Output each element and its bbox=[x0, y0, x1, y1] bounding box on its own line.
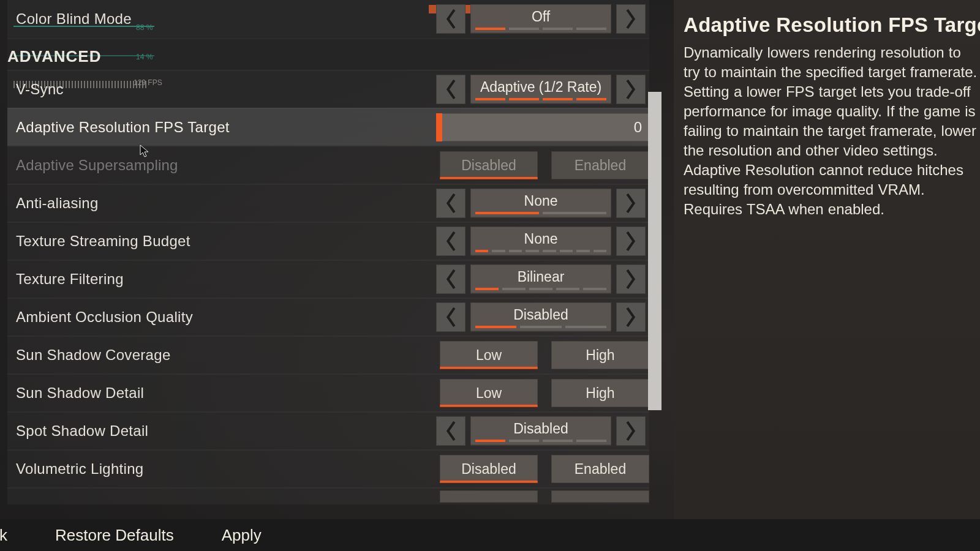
toggle-option: Enabled bbox=[551, 151, 649, 179]
value-color-blind-mode[interactable]: Off bbox=[470, 4, 612, 34]
section-advanced: ADVANCED bbox=[7, 38, 649, 70]
row-adaptive-supersampling: Adaptive Supersampling DisabledEnabled bbox=[7, 146, 649, 184]
info-title: Adaptive Resolution FPS Target bbox=[684, 13, 978, 37]
toggle-option[interactable]: Low bbox=[440, 379, 538, 407]
footer: ck Restore Defaults Apply bbox=[0, 519, 980, 551]
next-arrow-icon[interactable] bbox=[616, 4, 646, 34]
prev-arrow-icon[interactable] bbox=[436, 302, 466, 332]
next-arrow-icon[interactable] bbox=[616, 227, 646, 256]
next-arrow-icon[interactable] bbox=[616, 264, 646, 294]
label-color-blind-mode: Color Blind Mode bbox=[16, 10, 436, 28]
toggle-option[interactable]: High bbox=[551, 341, 649, 369]
label-texture-budget: Texture Streaming Budget bbox=[16, 233, 436, 250]
prev-arrow-icon[interactable] bbox=[436, 4, 466, 34]
next-arrow-icon[interactable] bbox=[616, 75, 646, 104]
value-anti-aliasing[interactable]: None bbox=[470, 189, 612, 218]
prev-arrow-icon[interactable] bbox=[436, 416, 466, 446]
slider-handle[interactable] bbox=[436, 113, 442, 141]
value-vsync[interactable]: Adaptive (1/2 Rate) bbox=[470, 75, 612, 104]
label-anti-aliasing: Anti-aliasing bbox=[16, 195, 436, 212]
toggle-option[interactable]: Low bbox=[440, 341, 538, 369]
row-clipped bbox=[7, 487, 649, 504]
footer-back[interactable]: ck bbox=[0, 526, 7, 545]
row-anti-aliasing: Anti-aliasing None bbox=[7, 184, 649, 222]
label-sun-shadow-detail: Sun Shadow Detail bbox=[16, 384, 436, 402]
next-arrow-icon[interactable] bbox=[616, 416, 646, 446]
label-texture-filtering: Texture Filtering bbox=[16, 271, 436, 288]
prev-arrow-icon[interactable] bbox=[436, 189, 466, 218]
info-body: Dynamically lowers rendering resolution … bbox=[684, 43, 978, 219]
scrollbar[interactable] bbox=[648, 92, 662, 410]
label-volumetric-lighting: Volumetric Lighting bbox=[16, 460, 436, 478]
toggle-option[interactable]: High bbox=[551, 379, 649, 407]
value-texture-filtering[interactable]: Bilinear bbox=[470, 264, 612, 294]
toggle-option[interactable] bbox=[440, 490, 538, 503]
next-arrow-icon[interactable] bbox=[616, 189, 646, 218]
row-texture-filtering: Texture Filtering Bilinear bbox=[7, 260, 649, 298]
value-spot-shadow-detail[interactable]: Disabled bbox=[470, 416, 612, 446]
row-sun-shadow-coverage: Sun Shadow Coverage LowHigh bbox=[7, 335, 649, 373]
label-sun-shadow-coverage: Sun Shadow Coverage bbox=[16, 347, 436, 364]
label-adaptive-resolution: Adaptive Resolution FPS Target bbox=[16, 119, 436, 136]
footer-apply[interactable]: Apply bbox=[222, 526, 262, 545]
toggle-option: Disabled bbox=[440, 151, 538, 179]
row-adaptive-resolution-fps-target: Adaptive Resolution FPS Target 0 bbox=[7, 108, 649, 146]
label-spot-shadow-detail: Spot Shadow Detail bbox=[16, 422, 436, 440]
toggle-option[interactable] bbox=[551, 490, 649, 503]
toggle-option[interactable]: Enabled bbox=[551, 455, 649, 483]
row-volumetric-lighting: Volumetric Lighting DisabledEnabled bbox=[7, 449, 649, 487]
row-sun-shadow-detail: Sun Shadow Detail LowHigh bbox=[7, 373, 649, 411]
label-vsync: V-Sync bbox=[16, 81, 436, 98]
row-color-blind-mode: Color Blind Mode Off bbox=[7, 0, 649, 38]
row-ambient-occlusion: Ambient Occlusion Quality Disabled bbox=[7, 298, 649, 335]
slider-value: 0 bbox=[634, 119, 642, 136]
footer-restore[interactable]: Restore Defaults bbox=[55, 526, 174, 545]
prev-arrow-icon[interactable] bbox=[436, 227, 466, 256]
info-panel: Adaptive Resolution FPS Target Dynamical… bbox=[674, 0, 980, 519]
prev-arrow-icon[interactable] bbox=[436, 264, 466, 294]
next-arrow-icon[interactable] bbox=[616, 302, 646, 332]
value-texture-budget[interactable]: None bbox=[470, 227, 612, 256]
settings-list: Color Blind Mode Off ADVANCED V-Sync Ada… bbox=[7, 0, 649, 519]
label-ambient-occlusion: Ambient Occlusion Quality bbox=[16, 309, 436, 326]
toggle-option[interactable]: Disabled bbox=[440, 455, 538, 483]
row-vsync: V-Sync Adaptive (1/2 Rate) bbox=[7, 70, 649, 108]
row-spot-shadow-detail: Spot Shadow Detail Disabled bbox=[7, 411, 649, 449]
prev-arrow-icon[interactable] bbox=[436, 75, 466, 104]
value-ambient-occlusion[interactable]: Disabled bbox=[470, 302, 612, 332]
slider-adaptive-resolution[interactable]: 0 bbox=[436, 113, 649, 141]
row-texture-streaming-budget: Texture Streaming Budget None bbox=[7, 222, 649, 260]
label-adaptive-supersampling: Adaptive Supersampling bbox=[16, 157, 436, 174]
scrollbar-thumb[interactable] bbox=[648, 92, 662, 410]
